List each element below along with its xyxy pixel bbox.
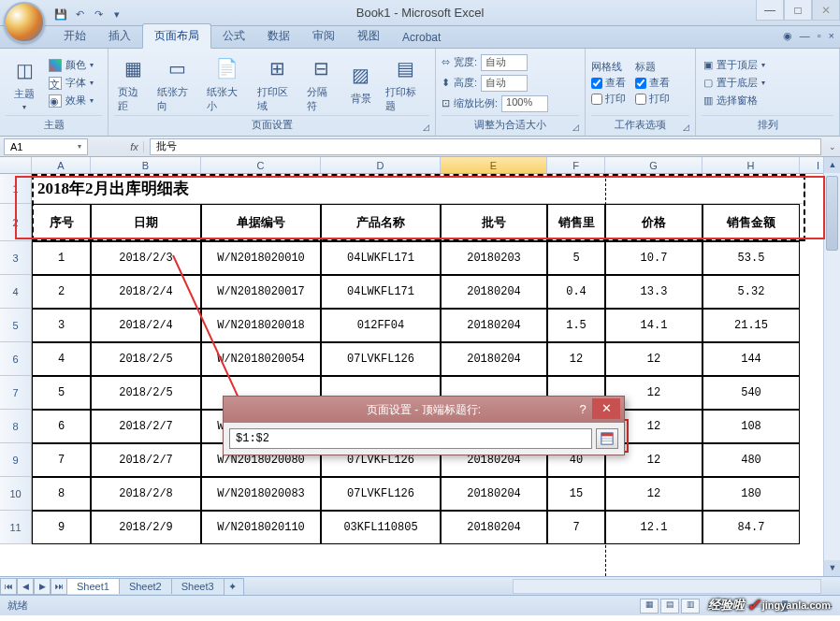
cell[interactable]: 21.15 — [702, 309, 800, 342]
name-box[interactable]: A1▾ — [4, 138, 88, 155]
row-header[interactable]: 4 — [0, 275, 32, 309]
col-header-e[interactable]: E — [441, 157, 547, 173]
maximize-button[interactable]: □ — [784, 0, 812, 21]
cell[interactable]: 2018/2/7 — [91, 410, 201, 443]
cell[interactable]: 84.7 — [702, 511, 800, 544]
sheet-tab-1[interactable]: Sheet1 — [66, 578, 120, 594]
cell[interactable]: 13.3 — [605, 275, 702, 309]
cell[interactable]: 1.5 — [547, 309, 605, 342]
row-header[interactable]: 10 — [0, 477, 32, 511]
tab-插入[interactable]: 插入 — [97, 24, 142, 48]
cell[interactable]: 9 — [32, 511, 91, 544]
col-header-b[interactable]: B — [91, 157, 201, 173]
cell[interactable]: 2018/2/5 — [91, 342, 201, 376]
tab-Acrobat[interactable]: Acrobat — [391, 27, 452, 48]
col-header-h[interactable]: H — [702, 157, 800, 173]
cell[interactable]: 20180204 — [441, 342, 547, 376]
cell[interactable]: 144 — [702, 342, 800, 376]
cell[interactable]: 2018/2/4 — [91, 309, 201, 342]
horizontal-scrollbar[interactable] — [513, 579, 821, 594]
tab-页面布局[interactable]: 页面布局 — [142, 23, 211, 49]
background-button[interactable]: ▨背景 — [342, 58, 380, 108]
margins-button[interactable]: ▦页边距 — [114, 51, 152, 115]
page-layout-view-button[interactable]: ▤ — [660, 599, 679, 614]
row-header[interactable]: 6 — [0, 342, 32, 376]
selection-pane-button[interactable]: ▥选择窗格 — [702, 93, 767, 108]
minimize-button[interactable]: — — [756, 0, 784, 21]
cell[interactable]: 2018/2/9 — [91, 511, 201, 544]
col-header-a[interactable]: A — [32, 157, 91, 173]
cell[interactable]: W/N2018020018 — [201, 309, 321, 342]
tab-审阅[interactable]: 审阅 — [301, 24, 346, 48]
cell[interactable]: 12 — [547, 342, 605, 376]
prev-sheet-button[interactable]: ◀ — [17, 578, 34, 595]
cell[interactable]: 2018/2/4 — [91, 275, 201, 309]
row-header[interactable]: 7 — [0, 376, 32, 410]
gridlines-print-checkbox[interactable]: 打印 — [591, 92, 626, 106]
tab-数据[interactable]: 数据 — [256, 24, 301, 48]
cell[interactable]: 2018年2月出库明细表 — [32, 174, 805, 204]
select-all-corner[interactable] — [0, 157, 32, 173]
row-header[interactable]: 2 — [0, 204, 32, 241]
cell[interactable]: 8 — [32, 477, 91, 511]
headings-print-checkbox[interactable]: 打印 — [635, 92, 670, 106]
cell[interactable]: W/N2018020054 — [201, 342, 321, 376]
fx-button[interactable]: fx — [125, 141, 144, 152]
cell[interactable]: 5.32 — [702, 275, 800, 309]
tab-视图[interactable]: 视图 — [346, 24, 391, 48]
tab-开始[interactable]: 开始 — [52, 24, 97, 48]
cell[interactable]: 5 — [32, 376, 91, 410]
row-header[interactable]: 1 — [0, 174, 32, 204]
save-icon[interactable]: 💾 — [52, 6, 69, 22]
cell[interactable]: W/N2018020083 — [201, 477, 321, 511]
last-sheet-button[interactable]: ⏭ — [51, 578, 67, 595]
cell[interactable]: 3 — [32, 309, 91, 342]
width-input[interactable]: 自动 — [481, 54, 528, 71]
col-header-g[interactable]: G — [605, 157, 702, 173]
cell[interactable]: 产品名称 — [321, 204, 441, 241]
normal-view-button[interactable]: ▦ — [640, 599, 659, 614]
collapse-dialog-button[interactable] — [596, 428, 618, 449]
cell[interactable]: 20180204 — [441, 275, 547, 309]
breaks-button[interactable]: ⊟分隔符 — [303, 51, 340, 115]
orientation-button[interactable]: ▭纸张方向 — [153, 51, 201, 115]
cell[interactable]: 2018/2/7 — [91, 443, 201, 477]
cell[interactable]: 单据编号 — [201, 204, 321, 241]
cell[interactable]: 批号 — [441, 204, 547, 241]
colors-button[interactable]: 颜色▾ — [47, 57, 95, 73]
cell[interactable]: 108 — [702, 410, 800, 443]
cell[interactable]: 5 — [547, 241, 605, 275]
cell[interactable]: 销售金额 — [702, 204, 800, 241]
cell[interactable]: W/N2018020110 — [201, 511, 321, 544]
row-header[interactable]: 11 — [0, 511, 32, 544]
dialog-help-button[interactable]: ? — [573, 400, 592, 419]
page-setup-launcher-icon[interactable]: ◿ — [423, 123, 429, 132]
cell[interactable]: 14.1 — [605, 309, 702, 342]
cell[interactable]: 20180204 — [441, 309, 547, 342]
height-input[interactable]: 自动 — [481, 75, 528, 92]
cell[interactable]: 04LWKFL171 — [321, 275, 441, 309]
cell[interactable]: 7 — [547, 511, 605, 544]
sheet-opts-launcher-icon[interactable]: ◿ — [683, 123, 689, 132]
col-header-f[interactable]: F — [547, 157, 605, 173]
print-area-button[interactable]: ⊞打印区域 — [253, 51, 301, 115]
vertical-scrollbar[interactable]: ▲ ▼ — [823, 157, 840, 576]
close-workbook-icon[interactable]: × — [829, 30, 834, 42]
cell[interactable]: 日期 — [91, 204, 201, 241]
title-rows-input[interactable] — [229, 428, 592, 449]
scroll-up-icon[interactable]: ▲ — [824, 157, 840, 173]
grid-body[interactable]: 12018年2月出库明细表2序号日期单据编号产品名称批号销售里价格销售金额312… — [0, 174, 823, 576]
cell[interactable]: 0.4 — [547, 275, 605, 309]
bring-front-button[interactable]: ▣置于顶层▾ — [702, 57, 767, 73]
cell[interactable]: 1 — [32, 241, 91, 275]
cell[interactable]: W/N2018020017 — [201, 275, 321, 309]
cell[interactable]: 20180204 — [441, 477, 547, 511]
undo-icon[interactable]: ↶ — [71, 6, 88, 22]
cell[interactable]: 序号 — [32, 204, 91, 241]
fonts-button[interactable]: 文字体▾ — [47, 75, 95, 91]
row-header[interactable]: 5 — [0, 309, 32, 342]
cell[interactable]: 04LWKFL171 — [321, 241, 441, 275]
tab-公式[interactable]: 公式 — [211, 24, 256, 48]
cell[interactable]: 7 — [32, 443, 91, 477]
themes-button[interactable]: ◫ 主题 ▾ — [6, 53, 43, 113]
